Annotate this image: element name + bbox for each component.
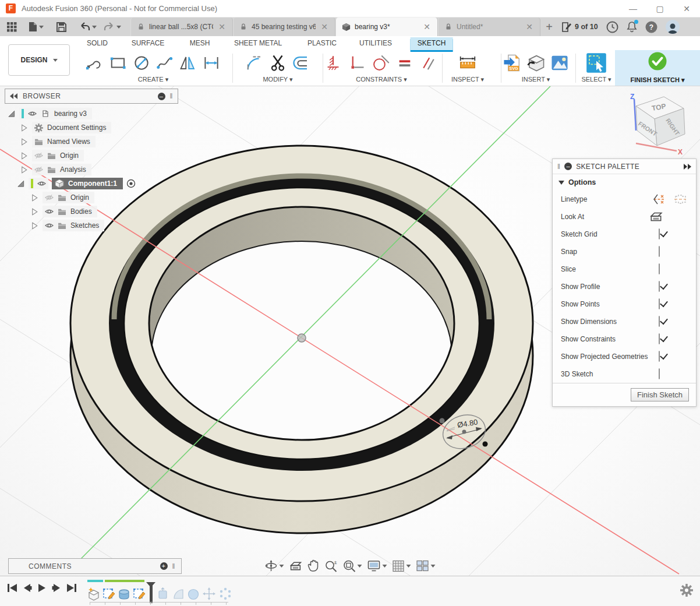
app-grid-icon[interactable]: [3, 17, 20, 36]
maximize-button[interactable]: ▢: [646, 0, 673, 17]
timeline-suppressed-move-feature[interactable]: [202, 587, 216, 601]
timeline-suppressed-pattern-feature[interactable]: [218, 587, 232, 601]
help-icon[interactable]: ?: [645, 21, 657, 33]
close-tab-icon[interactable]: ✕: [217, 22, 227, 31]
pan-tool[interactable]: [308, 559, 320, 572]
ribbon-tab-solid[interactable]: SOLID: [80, 37, 115, 50]
panel-grip[interactable]: ‖: [170, 92, 173, 100]
ribbon-tab-surface[interactable]: SURFACE: [125, 37, 172, 50]
fillet-tool-icon[interactable]: [246, 54, 263, 72]
visibility-eye-icon[interactable]: [45, 222, 54, 229]
timeline-suppressed-sphere-feature[interactable]: [187, 587, 200, 601]
visibility-eye-icon[interactable]: [37, 180, 46, 187]
centerline-linetype-icon[interactable]: [673, 193, 688, 206]
document-tab[interactable]: linear ball ...5x8 (CTC) v2 ✕: [130, 17, 233, 36]
ribbon-tab-sheet-metal[interactable]: SHEET METAL: [227, 37, 289, 50]
undo-caret-icon[interactable]: [92, 26, 97, 29]
collapse-triangle-icon[interactable]: [20, 165, 29, 174]
ribbon-tab-plastic[interactable]: PLASTIC: [300, 37, 344, 50]
comments-bar[interactable]: COMMENTS + ‖: [8, 558, 182, 574]
visibility-off-eye-icon[interactable]: [34, 166, 43, 173]
collapse-triangle-icon[interactable]: [30, 221, 39, 230]
timeline-settings-gear-icon[interactable]: [680, 584, 693, 597]
fit-tool[interactable]: [343, 559, 362, 572]
tangent-constraint-icon[interactable]: [372, 54, 390, 72]
redo-button[interactable]: [100, 17, 125, 36]
constraints-dropdown[interactable]: CONSTRAINTS ▾: [356, 76, 406, 85]
tree-row-component-origin[interactable]: Origin: [30, 192, 178, 203]
rectangle-tool-icon[interactable]: [109, 54, 127, 72]
expand-panel-icon[interactable]: [683, 164, 691, 170]
ribbon-tab-utilities[interactable]: UTILITIES: [352, 37, 399, 50]
new-tab-button[interactable]: +: [540, 17, 558, 36]
create-dropdown[interactable]: CREATE ▾: [138, 76, 168, 85]
3d-sketch-checkbox[interactable]: [659, 368, 660, 379]
document-tab[interactable]: bearing v3* ✕: [335, 17, 438, 36]
notifications-bell-icon[interactable]: [627, 21, 637, 33]
inspect-dropdown[interactable]: INSPECT ▾: [451, 76, 484, 85]
visibility-eye-icon[interactable]: [45, 208, 54, 215]
timeline-extrude-feature[interactable]: [118, 587, 130, 601]
add-comment-icon[interactable]: +: [160, 562, 168, 570]
look-at-tool[interactable]: [289, 561, 303, 572]
go-to-end-button[interactable]: [66, 583, 77, 593]
timeline-position-marker[interactable]: [150, 582, 153, 603]
timeline-suppressed-fillet-feature[interactable]: [172, 587, 185, 601]
measure-tool-icon[interactable]: [458, 54, 477, 72]
timeline-sketch-feature[interactable]: [133, 587, 146, 601]
equal-constraint-icon[interactable]: [397, 54, 413, 72]
panel-minimize-icon[interactable]: –: [564, 163, 572, 170]
tree-row-root[interactable]: bearing v3: [7, 108, 178, 119]
show-dimensions-checkbox[interactable]: [659, 316, 660, 327]
select-dropdown[interactable]: SELECT ▾: [581, 76, 611, 85]
timeline-sketch-feature[interactable]: [102, 587, 115, 601]
visibility-off-eye-icon[interactable]: [34, 152, 43, 159]
document-tab[interactable]: 45 bearing testing v6* ✕: [233, 17, 335, 36]
save-button[interactable]: [53, 17, 70, 36]
grid-display-tool[interactable]: [393, 560, 411, 572]
step-forward-button[interactable]: [52, 583, 61, 593]
collapse-triangle-icon[interactable]: [20, 138, 29, 146]
panel-grip[interactable]: ‖: [557, 163, 560, 171]
finish-sketch-button[interactable]: FINISH SKETCH ▾: [615, 50, 700, 86]
display-settings-tool[interactable]: [367, 560, 387, 572]
show-profile-checkbox[interactable]: [659, 281, 660, 292]
insert-dropdown[interactable]: INSERT ▾: [522, 76, 550, 85]
insert-svg-icon[interactable]: SVG: [503, 54, 521, 72]
ribbon-tab-mesh[interactable]: MESH: [183, 37, 217, 50]
tree-row-named-views[interactable]: Named Views: [20, 136, 178, 147]
slice-checkbox[interactable]: [659, 263, 660, 274]
close-tab-icon[interactable]: ✕: [422, 22, 432, 31]
modify-dropdown[interactable]: MODIFY ▾: [263, 76, 292, 85]
tree-row-component[interactable]: Component1:1: [16, 178, 178, 189]
close-tab-icon[interactable]: ✕: [320, 22, 329, 31]
workspace-selector[interactable]: DESIGN: [8, 44, 70, 76]
collapse-triangle-icon[interactable]: [30, 193, 39, 202]
collapse-triangle-icon[interactable]: [20, 152, 29, 160]
file-menu-button[interactable]: [25, 17, 47, 36]
construction-linetype-icon[interactable]: [652, 193, 667, 206]
3d-viewport[interactable]: Ø4.80 TOP FRONT RIGHT Z X: [0, 86, 700, 576]
finish-sketch-palette-button[interactable]: Finish Sketch: [631, 388, 689, 401]
visibility-off-eye-icon[interactable]: [45, 194, 54, 201]
circle-tool-icon[interactable]: [133, 54, 150, 72]
show-projected-geometries-checkbox[interactable]: [659, 351, 660, 362]
activate-component-radio[interactable]: [126, 179, 136, 188]
visibility-eye-icon[interactable]: [28, 110, 37, 117]
canvas-image-icon[interactable]: [550, 54, 569, 72]
selected-component[interactable]: Component1:1: [52, 178, 123, 189]
zoom-tool[interactable]: ±: [325, 559, 338, 572]
collapse-triangle-icon[interactable]: [30, 207, 39, 216]
ribbon-tab-sketch[interactable]: SKETCH: [411, 37, 453, 50]
sketch-grid-checkbox[interactable]: [659, 228, 660, 239]
vertical-horizontal-constraint-icon[interactable]: [348, 54, 365, 72]
collapse-panel-icon[interactable]: [10, 93, 18, 99]
offset-tool-icon[interactable]: [292, 54, 310, 72]
panel-grip[interactable]: ‖: [172, 562, 175, 570]
redo-caret-icon[interactable]: [116, 26, 121, 29]
fix-constraint-icon[interactable]: [326, 54, 341, 72]
show-constraints-checkbox[interactable]: [659, 333, 660, 344]
spline-tool-icon[interactable]: [156, 54, 174, 72]
document-tab[interactable]: Untitled* ✕: [438, 17, 540, 36]
snap-checkbox[interactable]: [659, 246, 660, 257]
